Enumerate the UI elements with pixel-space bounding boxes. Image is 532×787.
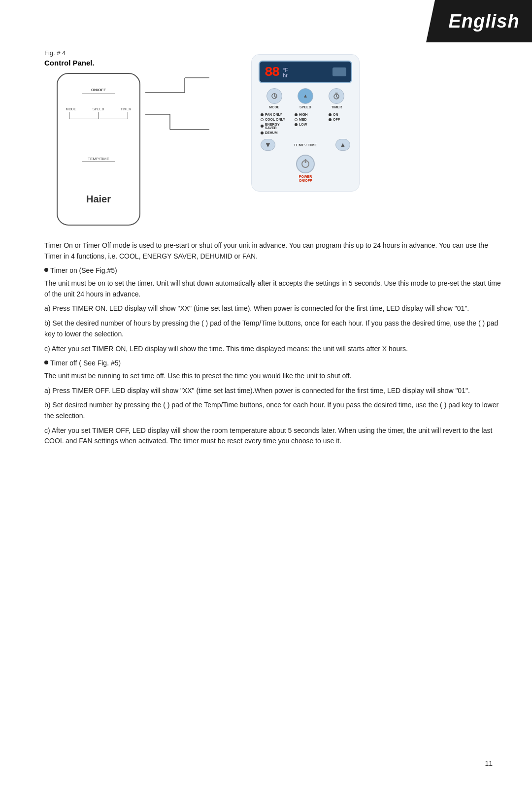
speed-btn-label: SPEED (299, 105, 311, 109)
timer-on-b: b) Set the desired number of hours by pr… (44, 318, 502, 339)
energy-saver-dot (261, 125, 264, 128)
dehum-label: DEHUM (265, 131, 278, 134)
on-label: ON (333, 113, 338, 116)
display-number: 88 (265, 66, 279, 79)
ctrl-buttons-row: MODE SPEED TIMER (259, 88, 352, 109)
on-dot (329, 113, 332, 116)
intro-paragraph: Timer On or Timer Off mode is used to pr… (44, 240, 502, 262)
high-item: HIGH (295, 113, 326, 116)
sketch-speed-label: SPEED (93, 107, 104, 111)
display-mode-indicator (332, 67, 346, 76)
med-dot (295, 118, 298, 121)
off-dot (329, 118, 332, 121)
fan-only-item: FAN ONLY (261, 113, 292, 116)
timer-off-p1: The unit must be running to set time off… (44, 371, 502, 382)
display-units: °F hr (283, 67, 288, 78)
speed-btn[interactable]: SPEED (298, 88, 313, 109)
temp-time-label: TEMP / TIME (294, 143, 317, 147)
mode-btn[interactable]: MODE (266, 88, 282, 109)
unit-temp: °F (283, 67, 288, 73)
timer-off-a: a) Press TIMER OFF. LED display will sho… (44, 386, 502, 396)
sketch-temptime-label: TEMP/TIME (88, 157, 109, 161)
page-number: 11 (485, 759, 493, 767)
timer-off-bullet-item: Timer off ( See Fig. #5) (44, 358, 502, 369)
timer-btn-label: TIMER (331, 105, 342, 109)
timer-btn[interactable]: TIMER (329, 88, 344, 109)
timer-on-bullet-dot (44, 268, 48, 272)
timer-on-p1: The unit must be on to set the timer. Un… (44, 278, 502, 299)
timer-on-bullet-text: Timer on (See Fig.#5) (50, 265, 117, 276)
text-content: Timer On or Timer Off mode is used to pr… (44, 240, 502, 447)
remote-detail: 88 °F hr MODE (251, 54, 360, 192)
temp-up-btn[interactable]: ▲ (335, 139, 350, 151)
timer-on-bullet-item: Timer on (See Fig.#5) (44, 265, 502, 276)
mode-col-1: FAN ONLY COOL ONLY ENERGY SAVER DEH (261, 113, 292, 136)
mode-btn-circle[interactable] (266, 88, 282, 104)
dehum-item: DEHUM (261, 131, 292, 134)
temp-down-btn[interactable]: ▼ (261, 139, 275, 151)
sketch-mode-label: MODE (66, 107, 76, 111)
high-label: HIGH (299, 113, 308, 116)
cool-only-label: COOL ONLY (265, 118, 285, 121)
fig-number: Fig. # 4 (44, 49, 197, 57)
med-label: MED (299, 118, 307, 121)
connector-svg (145, 73, 204, 226)
fig-left: Fig. # 4 Control Panel. ON/OFF MODE SPEE… (44, 49, 197, 226)
timer-off-c: c) After you set TIMER OFF, LED display … (44, 426, 502, 447)
high-dot (295, 113, 298, 116)
mode-btn-label: MODE (269, 105, 279, 109)
fig-title: Control Panel. (44, 59, 197, 67)
fan-only-dot (261, 113, 264, 116)
power-section: POWERON/OFF (259, 155, 352, 183)
power-icon (301, 160, 309, 168)
low-dot (295, 123, 298, 126)
cool-only-item: COOL ONLY (261, 118, 292, 121)
energy-saver-label: ENERGY SAVER (265, 123, 292, 130)
display-digits: 88 °F hr (265, 66, 288, 79)
timer-off-b: b) Set desired number by pressing the ( … (44, 400, 502, 421)
off-label: OFF (333, 118, 340, 121)
power-btn[interactable] (296, 155, 315, 173)
display-area: 88 °F hr (259, 61, 352, 83)
unit-time: hr (283, 73, 288, 78)
mode-col-2: HIGH MED LOW (295, 113, 326, 136)
low-label: LOW (299, 123, 307, 126)
figure-section: Fig. # 4 Control Panel. ON/OFF MODE SPEE… (44, 49, 502, 226)
sketch-onoff-label: ON/OFF (91, 88, 106, 92)
speed-btn-circle[interactable] (298, 88, 313, 104)
sketch-timer-label: TIMER (121, 107, 132, 111)
off-item: OFF (329, 118, 350, 121)
sketch-brand-label: Haier (86, 194, 111, 205)
header-banner: English (426, 0, 532, 42)
on-item: ON (329, 113, 350, 116)
mode-col-3: ON OFF (329, 113, 350, 136)
energy-saver-item: ENERGY SAVER (261, 123, 292, 130)
timer-off-bullet-text: Timer off ( See Fig. #5) (50, 358, 121, 369)
timer-btn-circle[interactable] (329, 88, 344, 104)
timer-on-c: c) After you set TIMER ON, LED display w… (44, 344, 502, 355)
temp-time-row: ▼ TEMP / TIME ▲ (259, 139, 352, 151)
med-item: MED (295, 118, 326, 121)
header-title: English (438, 11, 519, 32)
low-item: LOW (295, 123, 326, 126)
power-label: POWERON/OFF (299, 175, 312, 183)
dehum-dot (261, 131, 264, 134)
fan-only-label: FAN ONLY (265, 113, 282, 116)
timer-off-bullet-dot (44, 361, 48, 364)
remote-sketch: ON/OFF MODE SPEED TIMER TEMP/TI (57, 73, 140, 226)
mode-indicators: FAN ONLY COOL ONLY ENERGY SAVER DEH (259, 113, 352, 136)
cool-only-dot (261, 118, 264, 121)
timer-on-a: a) Press TIMER ON. LED display will show… (44, 303, 502, 314)
fig-right: 88 °F hr MODE (251, 49, 360, 192)
